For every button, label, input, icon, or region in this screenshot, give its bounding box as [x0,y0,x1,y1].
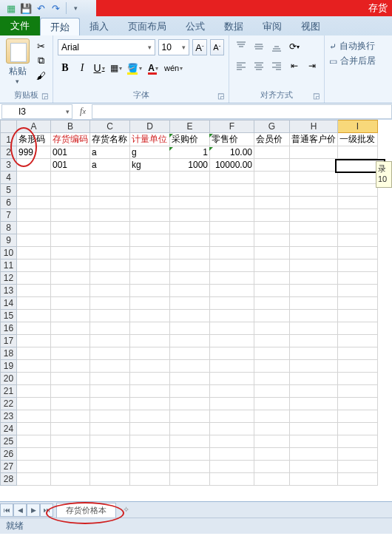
cell[interactable] [17,297,51,310]
cell[interactable] [254,247,290,259]
row-header[interactable]: 9 [1,234,17,247]
launcher-icon[interactable]: ◲ [217,91,224,101]
cell[interactable] [254,159,290,172]
border-button[interactable]: ▦▾ [109,60,124,76]
tab-file[interactable]: 文件 [0,16,40,35]
cell[interactable] [338,473,378,486]
cell[interactable] [51,172,90,184]
cell[interactable] [17,272,51,285]
align-bottom-icon[interactable] [269,39,284,54]
cell[interactable] [254,410,290,423]
row-header[interactable]: 28 [1,473,17,486]
row-header[interactable]: 13 [1,285,17,297]
cell[interactable] [210,461,254,473]
cell[interactable] [210,272,254,285]
sheet-nav-first-icon[interactable]: ⏮ [0,503,13,517]
cell[interactable] [170,347,210,360]
cell[interactable] [290,373,338,385]
cell[interactable] [170,360,210,373]
cell[interactable] [130,385,170,398]
cell[interactable] [130,435,170,448]
cell[interactable] [290,146,338,159]
cell[interactable] [170,322,210,335]
grid[interactable]: ABCDEFGHI1条形码存货编码存货名称计量单位采购价零售价会员价普通客户价一… [0,120,392,501]
cell[interactable] [210,410,254,423]
cell[interactable] [90,435,130,448]
cell[interactable] [254,360,290,373]
cell[interactable] [17,159,51,172]
cell[interactable] [254,448,290,461]
cell[interactable] [130,310,170,322]
cell[interactable] [90,310,130,322]
cell[interactable] [17,347,51,360]
cell[interactable] [170,247,210,259]
cell[interactable]: 存货编码 [51,133,90,146]
cell[interactable] [290,285,338,297]
italic-button[interactable]: I [75,60,89,76]
cell[interactable] [210,297,254,310]
cell[interactable] [210,172,254,184]
cell[interactable] [170,285,210,297]
sheet-nav-prev-icon[interactable]: ◀ [13,503,27,517]
cell[interactable] [130,247,170,259]
cell[interactable] [290,398,338,410]
cell[interactable] [254,285,290,297]
cell[interactable] [210,209,254,222]
cell[interactable] [338,197,378,209]
cell[interactable] [90,473,130,486]
cell[interactable] [51,473,90,486]
row-header[interactable]: 5 [1,184,17,197]
row-header[interactable]: 7 [1,209,17,222]
cell[interactable] [338,209,378,222]
cell[interactable] [338,385,378,398]
phonetic-button[interactable]: wén▾ [163,60,184,76]
cell[interactable]: a [90,159,130,172]
cell[interactable] [254,297,290,310]
row-header[interactable]: 19 [1,360,17,373]
cell[interactable]: 零售价 [210,133,254,146]
cell[interactable] [210,197,254,209]
cell[interactable] [290,234,338,247]
cell[interactable] [17,209,51,222]
cell[interactable] [290,222,338,234]
row-header[interactable]: 17 [1,335,17,347]
decrease-font-icon[interactable]: Aˇ [210,39,224,55]
cell[interactable] [17,423,51,435]
cell[interactable] [51,297,90,310]
row-header[interactable]: 22 [1,398,17,410]
orientation-icon[interactable]: ⟳▾ [287,39,302,54]
fill-color-button[interactable]: 🪣▾ [126,60,143,76]
cell[interactable] [51,322,90,335]
cell[interactable] [210,448,254,461]
paste-button[interactable]: 粘贴 ▾ [4,37,30,85]
cell[interactable] [130,473,170,486]
cell[interactable] [170,310,210,322]
name-box[interactable]: I3▾ [1,104,72,119]
cell[interactable] [338,247,378,259]
redo-icon[interactable]: ↷ [49,1,62,15]
cell[interactable] [130,347,170,360]
increase-indent-icon[interactable]: ⇥ [305,58,320,73]
cell[interactable] [51,435,90,448]
cell[interactable] [210,385,254,398]
cell[interactable] [290,385,338,398]
cell[interactable] [17,259,51,272]
cell[interactable] [130,448,170,461]
cell[interactable] [130,297,170,310]
fx-icon[interactable]: fx [74,106,92,117]
cell[interactable] [90,335,130,347]
column-header[interactable]: F [210,121,254,133]
cell[interactable] [210,234,254,247]
cell[interactable] [338,461,378,473]
cell[interactable] [338,272,378,285]
cell[interactable] [290,197,338,209]
cell[interactable] [338,398,378,410]
cell[interactable] [90,373,130,385]
decrease-indent-icon[interactable]: ⇤ [287,58,302,73]
increase-font-icon[interactable]: Aˆ [192,39,206,55]
cell[interactable] [170,272,210,285]
tab-insert[interactable]: 插入 [80,18,118,35]
cell[interactable]: kg [130,159,170,172]
cell[interactable] [290,159,338,172]
new-sheet-icon[interactable]: ✧ [118,503,134,517]
